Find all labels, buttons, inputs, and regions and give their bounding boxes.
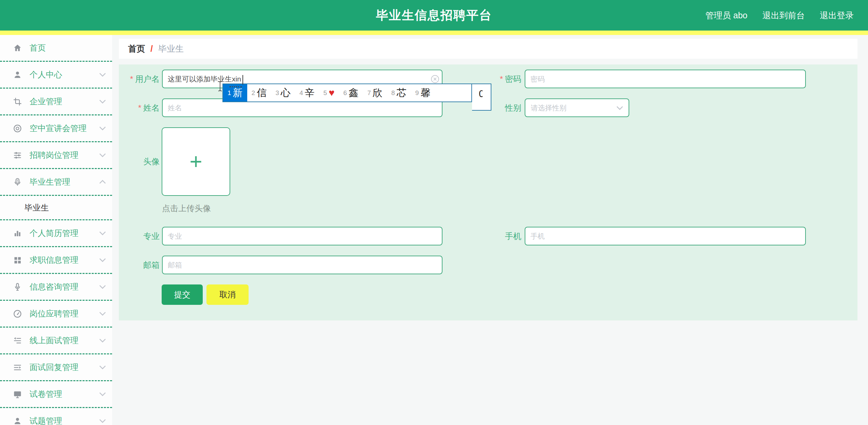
breadcrumb: 首页 / 毕业生 — [119, 39, 857, 59]
sidebar-item-label: 试卷管理 — [30, 389, 99, 400]
chevron-down-icon — [99, 365, 106, 369]
logout-link[interactable]: 退出登录 — [820, 10, 854, 21]
header-accent-strip — [0, 31, 868, 35]
sidebar-item-applications[interactable]: 岗位应聘管理 — [0, 301, 112, 328]
breadcrumb-separator: / — [150, 44, 153, 54]
sidebar-item-label: 毕业生管理 — [30, 177, 99, 187]
header-links: 管理员 abo 退出到前台 退出登录 — [705, 0, 854, 31]
chevron-down-icon — [99, 338, 106, 343]
sidebar-subitem-graduate[interactable]: 毕业生 — [0, 196, 112, 220]
sidebar-item-exam-papers[interactable]: 试卷管理 — [0, 381, 112, 408]
username-label: *用户名 — [119, 70, 160, 88]
admin-user-link[interactable]: 管理员 abo — [705, 10, 747, 21]
sidebar-item-label: 招聘岗位管理 — [30, 150, 99, 161]
list-arrow-right-icon — [13, 363, 22, 372]
ime-candidate[interactable]: 9馨 — [411, 84, 435, 101]
chevron-down-icon — [99, 126, 106, 130]
chevron-down-icon — [99, 73, 106, 77]
ime-candidate[interactable]: 6鑫 — [339, 84, 363, 101]
sidebar: 首页 个人中心 企业管理 空中宣讲会管理 招聘岗位管理 毕业生管理 毕业生 个人… — [0, 35, 112, 425]
sidebar-item-label: 企业管理 — [30, 96, 99, 107]
sidebar-item-air-presentation[interactable]: 空中宣讲会管理 — [0, 115, 112, 142]
major-input[interactable] — [162, 227, 442, 245]
major-label: 专业 — [119, 227, 160, 245]
sidebar-item-job-postings[interactable]: 招聘岗位管理 — [0, 142, 112, 169]
grid-icon — [13, 256, 22, 265]
sidebar-item-graduates[interactable]: 毕业生管理 — [0, 169, 112, 196]
home-icon — [13, 43, 22, 53]
ime-candidate[interactable]: 3心 — [271, 84, 295, 101]
plus-icon: + — [189, 151, 202, 172]
ime-candidate[interactable]: 4辛 — [295, 84, 319, 101]
gender-placeholder: 请选择性别 — [531, 103, 616, 113]
email-input[interactable] — [162, 256, 442, 274]
ime-overflow-window[interactable]: 0 — [472, 84, 491, 111]
ibeam-cursor-icon — [217, 81, 223, 92]
ime-candidate[interactable]: 7欣 — [363, 84, 387, 101]
top-header: 毕业生信息招聘平台 管理员 abo 退出到前台 退出登录 — [0, 0, 868, 31]
cancel-button[interactable]: 取消 — [206, 284, 249, 305]
phone-input[interactable] — [525, 227, 806, 245]
mic-icon — [13, 178, 22, 187]
chevron-down-icon — [99, 419, 106, 423]
ime-candidate[interactable]: 8芯 — [387, 84, 411, 101]
ime-candidate[interactable]: 2信 — [247, 84, 271, 101]
gender-select[interactable]: 请选择性别 — [525, 98, 629, 117]
sidebar-item-job-seeking[interactable]: 求职信息管理 — [0, 247, 112, 274]
sidebar-item-enterprise[interactable]: 企业管理 — [0, 89, 112, 115]
chevron-down-icon — [99, 392, 106, 396]
sidebar-item-label: 个人简历管理 — [30, 228, 99, 239]
gauge-icon — [13, 309, 22, 318]
sidebar-item-online-interview[interactable]: 线上面试管理 — [0, 328, 112, 354]
avatar-upload-box[interactable]: + — [162, 127, 230, 196]
crop-icon — [13, 97, 22, 106]
sidebar-item-label: 面试回复管理 — [30, 362, 99, 373]
sidebar-item-label: 求职信息管理 — [30, 255, 99, 265]
ring-icon — [13, 124, 22, 133]
sidebar-item-label: 岗位应聘管理 — [30, 308, 99, 319]
sliders-icon — [13, 151, 22, 160]
exit-to-front-link[interactable]: 退出到前台 — [762, 10, 805, 21]
list-arrow-left-icon — [13, 336, 22, 345]
chevron-down-icon — [99, 153, 106, 157]
chevron-down-icon — [616, 106, 623, 110]
monitor-icon — [13, 390, 22, 399]
chevron-down-icon — [99, 285, 106, 289]
sidebar-item-label: 空中宣讲会管理 — [30, 123, 99, 134]
sidebar-item-label: 个人中心 — [30, 69, 99, 80]
microphone-icon — [13, 282, 22, 292]
sidebar-subitem-label: 毕业生 — [24, 202, 49, 213]
sidebar-item-home[interactable]: 首页 — [0, 35, 112, 62]
ime-candidate-bar: 1新 2信 3心 4辛 5♥ 6鑫 7欣 8芯 9馨 — [222, 84, 472, 102]
sidebar-item-label: 试题管理 — [30, 415, 99, 425]
ime-composition-underline — [230, 86, 242, 87]
bar-chart-icon — [13, 229, 22, 238]
sidebar-item-info-consult[interactable]: 信息咨询管理 — [0, 274, 112, 301]
breadcrumb-current: 毕业生 — [158, 43, 184, 54]
person-icon — [13, 417, 22, 425]
password-input[interactable] — [525, 70, 806, 88]
chevron-down-icon — [99, 312, 106, 316]
sidebar-item-label: 首页 — [30, 42, 106, 53]
sidebar-item-resume[interactable]: 个人简历管理 — [0, 220, 112, 247]
phone-label: 手机 — [479, 227, 521, 245]
user-icon — [13, 70, 22, 79]
sidebar-item-personal-center[interactable]: 个人中心 — [0, 62, 112, 89]
clear-input-icon[interactable] — [431, 75, 439, 84]
name-label: *姓名 — [119, 98, 160, 117]
sidebar-item-label: 信息咨询管理 — [30, 281, 99, 292]
sidebar-item-label: 线上面试管理 — [30, 335, 99, 346]
breadcrumb-home[interactable]: 首页 — [128, 43, 145, 54]
text-caret — [242, 75, 243, 85]
submit-button[interactable]: 提交 — [162, 284, 203, 305]
chevron-up-icon — [99, 180, 106, 184]
ime-candidate-heart[interactable]: 5♥ — [319, 84, 339, 101]
email-label: 邮箱 — [119, 256, 160, 274]
avatar-label: 头像 — [119, 152, 160, 171]
avatar-upload-hint: 点击上传头像 — [162, 203, 211, 214]
sidebar-item-exam-questions[interactable]: 试题管理 — [0, 408, 112, 425]
chevron-down-icon — [99, 231, 106, 235]
chevron-down-icon — [99, 258, 106, 262]
sidebar-item-interview-reply[interactable]: 面试回复管理 — [0, 354, 112, 381]
chevron-down-icon — [99, 99, 106, 104]
